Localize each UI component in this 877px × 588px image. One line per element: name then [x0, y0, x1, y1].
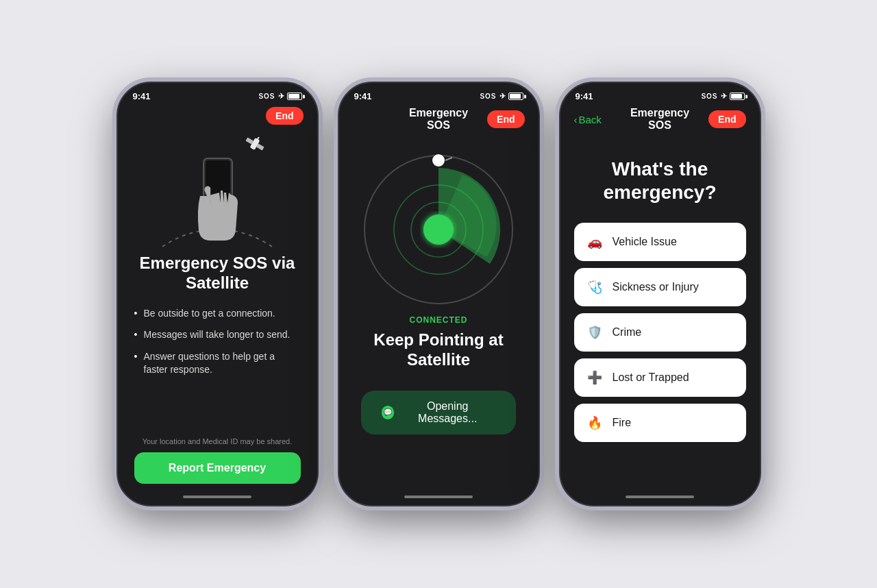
status-bar-1: 9:41 SOS ✈ — [118, 83, 317, 104]
phone2-content: CONNECTED Keep Pointing at Satellite 💬 O… — [339, 137, 539, 441]
battery-icon-1 — [287, 93, 302, 100]
bullet-2: Messages will take longer to send. — [134, 328, 301, 342]
phones-container: 9:41 SOS ✈ End — [103, 68, 775, 520]
radar-svg — [360, 151, 517, 308]
phone1-content: Emergency SOS via Satellite Be outside t… — [118, 130, 317, 498]
svg-line-11 — [445, 158, 452, 160]
battery-icon-3 — [730, 93, 745, 100]
option-vehicle-issue[interactable]: 🚗 Vehicle Issue — [574, 223, 746, 261]
signal-icon-3: ✈ — [721, 92, 727, 101]
bullet-1: Be outside to get a connection. — [134, 307, 301, 321]
sos-indicator-2: SOS — [480, 93, 496, 100]
bullet-3: Answer questions to help get a faster re… — [134, 350, 301, 377]
hand-phone-svg — [186, 155, 248, 244]
vehicle-icon: 🚗 — [585, 232, 604, 252]
sickness-icon: 🩺 — [585, 278, 604, 297]
report-emergency-button[interactable]: Report Emergency — [134, 452, 301, 484]
satellite-illustration — [156, 137, 279, 247]
signal-icon-2: ✈ — [499, 92, 506, 101]
fire-icon: 🔥 — [585, 413, 604, 432]
phone1-title: Emergency SOS via Satellite — [134, 254, 301, 293]
time-1: 9:41 — [133, 91, 151, 101]
chevron-left-icon: ‹ — [574, 114, 578, 125]
status-bar-3: 9:41 SOS ✈ — [560, 83, 760, 104]
option-lost-trapped[interactable]: ➕ Lost or Trapped — [574, 358, 746, 397]
connected-label: CONNECTED — [409, 315, 467, 325]
location-notice: Your location and Medical ID may be shar… — [134, 437, 301, 445]
bullet-list: Be outside to get a connection. Messages… — [134, 307, 301, 385]
status-right-1: SOS ✈ — [258, 92, 301, 101]
opening-messages-label: Opening Messages... — [399, 400, 495, 425]
lost-icon: ➕ — [585, 368, 604, 387]
phone-2: 9:41 SOS ✈ Emergency SOS End — [338, 82, 540, 506]
back-button[interactable]: ‹ Back — [574, 114, 602, 125]
status-right-3: SOS ✈ — [701, 92, 744, 101]
keep-pointing-label: Keep Pointing at Satellite — [353, 330, 525, 370]
battery-icon-2 — [508, 93, 523, 100]
option-crime[interactable]: 🛡️ Crime — [574, 313, 746, 352]
nav-title-2: Emergency SOS — [409, 107, 468, 132]
nav-bar-2: Emergency SOS End — [339, 104, 539, 137]
status-right-2: SOS ✈ — [480, 92, 523, 101]
phone1-footer: Your location and Medical ID may be shar… — [134, 437, 301, 491]
svg-point-9 — [423, 215, 454, 245]
phone3-content: What's the emergency? 🚗 Vehicle Issue 🩺 … — [560, 137, 760, 456]
time-3: 9:41 — [576, 91, 593, 101]
phone-hand-illustration — [186, 155, 248, 247]
option-fire[interactable]: 🔥 Fire — [574, 404, 746, 442]
nav-title-3: Emergency SOS — [630, 107, 689, 132]
option-sickness[interactable]: 🩺 Sickness or Injury — [574, 268, 746, 306]
svg-rect-3 — [257, 137, 260, 140]
emergency-question: What's the emergency? — [574, 158, 746, 204]
opening-messages-button[interactable]: 💬 Opening Messages... — [361, 391, 516, 434]
home-bar-3 — [626, 495, 694, 498]
phone-3: 9:41 SOS ✈ ‹ Back Emergency SOS End What… — [559, 82, 761, 506]
end-button-2[interactable]: End — [487, 110, 524, 128]
signal-icon-1: ✈ — [278, 92, 284, 101]
end-button-3[interactable]: End — [708, 110, 745, 128]
phone-1: 9:41 SOS ✈ End — [116, 82, 319, 506]
lost-label: Lost or Trapped — [613, 371, 689, 384]
message-bubble-icon: 💬 — [382, 406, 394, 419]
vehicle-label: Vehicle Issue — [613, 236, 677, 248]
svg-point-10 — [432, 154, 445, 167]
back-label: Back — [579, 114, 602, 125]
time-2: 9:41 — [354, 91, 372, 101]
crime-label: Crime — [613, 326, 642, 339]
radar-display — [360, 151, 517, 308]
end-button-1[interactable]: End — [266, 107, 303, 125]
sos-indicator-1: SOS — [258, 93, 275, 100]
sos-indicator-3: SOS — [701, 93, 717, 100]
nav-bar-3: ‹ Back Emergency SOS End — [560, 104, 760, 137]
home-bar-1 — [183, 495, 251, 498]
nav-bar-1: End — [118, 104, 317, 130]
home-bar-2 — [404, 495, 473, 498]
crime-icon: 🛡️ — [585, 323, 604, 342]
sickness-label: Sickness or Injury — [613, 281, 699, 293]
status-bar-2: 9:41 SOS ✈ — [339, 83, 539, 104]
fire-label: Fire — [613, 417, 632, 429]
